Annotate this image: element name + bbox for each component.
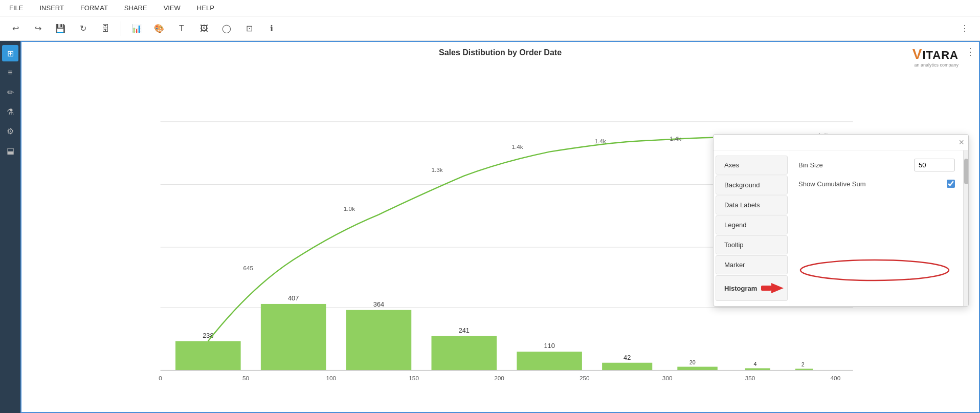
- sidebar: ⊞ ≡ ✏ ⚗ ⚙ ⬓: [0, 41, 20, 413]
- svg-point-8: [800, 260, 949, 280]
- cum-label-2: 1.3k: [432, 166, 443, 173]
- x-label-150: 150: [409, 375, 419, 381]
- bar-4: [432, 336, 497, 371]
- menu-file[interactable]: FILE: [6, 2, 26, 14]
- settings-body: Axes Background Data Labels Legend Toolt…: [714, 150, 968, 306]
- x-label-200: 200: [494, 375, 504, 381]
- cum-label-0: 645: [243, 265, 254, 271]
- cumulative-sum-row: Show Cumulative Sum: [798, 180, 955, 188]
- cum-label-4: 1.4k: [594, 138, 606, 144]
- chart-more-button[interactable]: ⋮: [966, 46, 975, 57]
- bar-6: [602, 363, 652, 371]
- sidebar-edit[interactable]: ✏: [2, 84, 18, 100]
- vitara-logo-text: VITARA: [912, 46, 959, 62]
- sidebar-layers[interactable]: ≡: [2, 64, 18, 81]
- cum-label-5: 1.4k: [670, 135, 681, 142]
- bar-label-4: 241: [459, 327, 470, 334]
- undo-button[interactable]: ↩: [6, 20, 25, 37]
- menu-help[interactable]: HELP: [194, 2, 217, 14]
- cumulative-sum-checkbox[interactable]: [947, 180, 955, 188]
- red-ellipse-annotation: [798, 258, 951, 282]
- menu-view[interactable]: VIEW: [161, 2, 184, 14]
- menu-insert[interactable]: INSERT: [36, 2, 66, 14]
- bar-label-6: 42: [623, 354, 631, 361]
- nav-tooltip[interactable]: Tooltip: [716, 235, 788, 254]
- chart-title: Sales Distibution by Order Date: [21, 42, 979, 61]
- svg-rect-6: [761, 286, 771, 291]
- nav-legend[interactable]: Legend: [716, 215, 788, 234]
- bar-5: [517, 352, 582, 370]
- color-theme-button[interactable]: 🎨: [150, 20, 168, 37]
- info-button[interactable]: ℹ: [262, 20, 281, 37]
- red-arrow-svg: [760, 281, 785, 295]
- refresh-button[interactable]: ↻: [74, 20, 92, 37]
- x-label-350: 350: [745, 375, 755, 381]
- x-label-50: 50: [242, 375, 250, 381]
- settings-panel: × Axes Background Data Labels Legend Too…: [713, 134, 969, 307]
- menu-format[interactable]: FORMAT: [77, 2, 111, 14]
- x-label-300: 300: [662, 375, 673, 381]
- main-layout: ⊞ ≡ ✏ ⚗ ⚙ ⬓ Sales Distibution by Order D…: [0, 41, 980, 413]
- settings-close-button[interactable]: ×: [959, 138, 964, 147]
- bar-2: [261, 304, 326, 371]
- cumulative-sum-label: Show Cumulative Sum: [798, 180, 941, 188]
- bin-size-input[interactable]: [914, 159, 955, 171]
- text-button[interactable]: T: [172, 20, 191, 37]
- menu-bar: FILE INSERT FORMAT SHARE VIEW HELP: [0, 0, 980, 16]
- sidebar-grid[interactable]: ⊞: [2, 45, 18, 61]
- chart-area: Sales Distibution by Order Date ⋮ VITARA…: [20, 41, 980, 413]
- x-label-250: 250: [580, 375, 590, 381]
- shapes-button[interactable]: ◯: [217, 20, 236, 37]
- bar-label-9: 2: [801, 361, 805, 367]
- settings-scrollbar[interactable]: [963, 150, 968, 306]
- bar-label-2: 407: [288, 294, 299, 302]
- x-label-100: 100: [326, 375, 336, 381]
- bar-label-7: 20: [689, 359, 696, 365]
- layout-button[interactable]: ⊡: [240, 20, 258, 37]
- bin-size-row: Bin Size: [798, 159, 955, 171]
- cum-label-3: 1.4k: [512, 143, 523, 150]
- bar-label-3: 364: [373, 300, 384, 308]
- nav-axes[interactable]: Axes: [716, 156, 788, 175]
- nav-marker[interactable]: Marker: [716, 255, 788, 274]
- bar-label-8: 4: [753, 361, 756, 367]
- toolbar-more-button[interactable]: ⋮: [955, 20, 974, 37]
- bar-label-1: 238: [203, 332, 213, 339]
- settings-panel-header: ×: [714, 135, 968, 150]
- cum-label-1: 1.0k: [344, 205, 355, 212]
- svg-marker-7: [771, 283, 784, 293]
- chart-add-button[interactable]: 📊: [127, 20, 146, 37]
- save-button[interactable]: 💾: [51, 20, 70, 37]
- toolbar: ↩ ↪ 💾 ↻ 🗄 📊 🎨 T 🖼 ◯ ⊡ ℹ ⋮: [0, 16, 980, 41]
- histogram-label: Histogram: [724, 285, 757, 292]
- toolbar-divider-1: [121, 21, 121, 36]
- bar-8: [745, 368, 770, 371]
- data-button[interactable]: 🗄: [96, 20, 115, 37]
- nav-histogram[interactable]: Histogram: [716, 275, 788, 301]
- bar-3: [346, 310, 412, 371]
- nav-background[interactable]: Background: [716, 176, 788, 194]
- redo-button[interactable]: ↪: [29, 20, 47, 37]
- nav-data-labels[interactable]: Data Labels: [716, 195, 788, 214]
- vitara-v: V: [912, 46, 923, 62]
- sidebar-settings[interactable]: ⚙: [2, 123, 18, 139]
- image-button[interactable]: 🖼: [195, 20, 213, 37]
- bin-size-label: Bin Size: [798, 161, 908, 169]
- bar-label-5: 110: [544, 342, 554, 350]
- x-label-0: 0: [159, 375, 162, 381]
- sidebar-filter[interactable]: ⚗: [2, 103, 18, 120]
- vitara-name: ITARA: [922, 49, 959, 61]
- settings-nav: Axes Background Data Labels Legend Toolt…: [714, 150, 790, 306]
- bar-1: [175, 341, 241, 371]
- settings-content: Bin Size Show Cumulative Sum: [790, 150, 963, 306]
- x-label-400: 400: [831, 375, 841, 381]
- histogram-arrow: [760, 281, 785, 295]
- bar-7: [677, 367, 718, 371]
- settings-scrollbar-thumb: [964, 159, 968, 184]
- sidebar-stack[interactable]: ⬓: [2, 142, 18, 159]
- menu-share[interactable]: SHARE: [121, 2, 150, 14]
